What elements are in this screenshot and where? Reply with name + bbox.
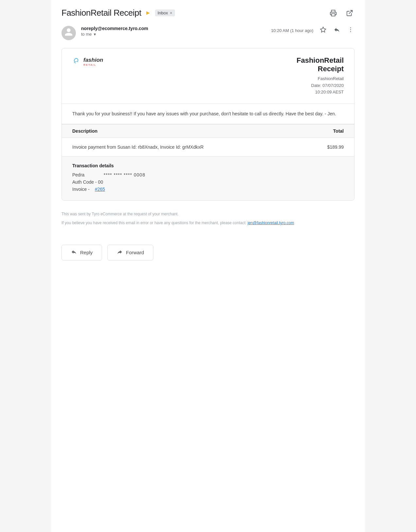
sender-to: to me ▼ <box>81 32 266 37</box>
reply-label: Reply <box>80 250 93 255</box>
more-vert-icon <box>347 26 354 33</box>
svg-point-6 <box>75 62 76 64</box>
row-total: $189.99 <box>296 138 354 157</box>
logo-fashion: fashion <box>83 57 103 63</box>
receipt-table: Description Total Invoice payment from S… <box>62 124 354 156</box>
col-total: Total <box>296 125 354 138</box>
forward-btn-icon <box>117 249 123 256</box>
receipt-meta: FashionRetail Date: 07/07/2020 10:20:09 … <box>297 75 344 96</box>
svg-point-5 <box>350 31 351 32</box>
receipt-table-header: Description Total <box>62 125 354 138</box>
transaction-pedra: Pedra **** **** **** 0008 <box>72 172 344 177</box>
receipt-title-block: FashionRetail Receipt FashionRetail Date… <box>297 56 344 96</box>
header-actions <box>328 8 355 18</box>
email-footer: This was sent by Tyro eCommerce at the r… <box>61 206 355 231</box>
more-options-button[interactable] <box>347 26 355 35</box>
reply-icon <box>334 26 340 33</box>
invoice-prefix: Invoice - <box>72 187 90 192</box>
thank-you-text: Thank you for your business!! If you hav… <box>72 111 336 116</box>
logo-retail: RETAIL <box>83 63 103 66</box>
transaction-title: Transaction details <box>72 163 344 168</box>
reply-button[interactable]: Reply <box>61 245 102 260</box>
thank-you-section: Thank you for your business!! If you hav… <box>62 104 354 124</box>
svg-point-3 <box>350 27 351 28</box>
pedra-name: Pedra <box>72 172 98 177</box>
sender-time: 10:20 AM (1 hour ago) <box>271 28 313 33</box>
to-chevron-icon[interactable]: ▼ <box>93 32 97 36</box>
transaction-section: Transaction details Pedra **** **** ****… <box>62 156 354 200</box>
footer-contact-link[interactable]: jen@fashionretail.tyro.com <box>248 221 294 225</box>
reply-quick-button[interactable] <box>333 26 341 35</box>
transaction-invoice: Invoice - #265 <box>72 187 344 192</box>
reply-btn-icon <box>71 249 77 256</box>
label-icon: ► <box>145 9 151 16</box>
sender-meta: 10:20 AM (1 hour ago) <box>271 26 355 35</box>
receipt-title: FashionRetail Receipt <box>297 56 344 74</box>
sender-row: noreply@ecommerce.tyro.com to me ▼ 10:20… <box>61 26 355 40</box>
transaction-auth: Auth Code - 00 <box>72 179 344 185</box>
receipt-header: fashion RETAIL FashionRetail Receipt Fas… <box>62 48 354 104</box>
svg-marker-2 <box>321 27 326 32</box>
svg-point-4 <box>350 29 351 30</box>
svg-rect-0 <box>332 13 335 16</box>
invoice-link[interactable]: #265 <box>95 187 105 192</box>
email-subject: FashionRetail Receipt <box>61 8 141 18</box>
sender-email: noreply@ecommerce.tyro.com <box>81 26 266 31</box>
logo-area: fashion RETAIL <box>72 56 103 67</box>
action-buttons: Reply Forward <box>61 245 355 260</box>
print-icon <box>330 9 337 17</box>
avatar <box>61 26 76 40</box>
inbox-badge: Inbox × <box>155 9 175 16</box>
forward-label: Forward <box>126 250 144 255</box>
footer-line2: If you believe you have received this em… <box>61 220 355 226</box>
svg-line-1 <box>349 10 352 13</box>
star-icon <box>320 26 326 33</box>
title-row: FashionRetail Receipt ► Inbox × <box>61 8 175 18</box>
forward-button[interactable]: Forward <box>107 245 153 260</box>
logo-icon <box>72 56 81 67</box>
print-button[interactable] <box>328 8 338 18</box>
email-body-card: fashion RETAIL FashionRetail Receipt Fas… <box>61 48 355 201</box>
row-description: Invoice payment from Susan Id: rb8Xnadx,… <box>62 138 296 157</box>
auth-code: Auth Code - 00 <box>72 179 103 185</box>
open-in-new-icon <box>346 9 353 17</box>
card-number: **** **** **** 0008 <box>104 172 145 177</box>
avatar-icon <box>64 27 73 39</box>
inbox-label: Inbox <box>158 10 168 15</box>
email-header: FashionRetail Receipt ► Inbox × <box>61 8 355 18</box>
star-button[interactable] <box>319 26 327 35</box>
open-in-new-button[interactable] <box>345 8 355 18</box>
sender-info: noreply@ecommerce.tyro.com to me ▼ <box>81 26 266 37</box>
inbox-close-icon[interactable]: × <box>170 11 172 15</box>
col-description: Description <box>62 125 296 138</box>
table-row: Invoice payment from Susan Id: rb8Xnadx,… <box>62 138 354 157</box>
logo-text-block: fashion RETAIL <box>83 57 103 66</box>
footer-line1: This was sent by Tyro eCommerce at the r… <box>61 211 355 217</box>
